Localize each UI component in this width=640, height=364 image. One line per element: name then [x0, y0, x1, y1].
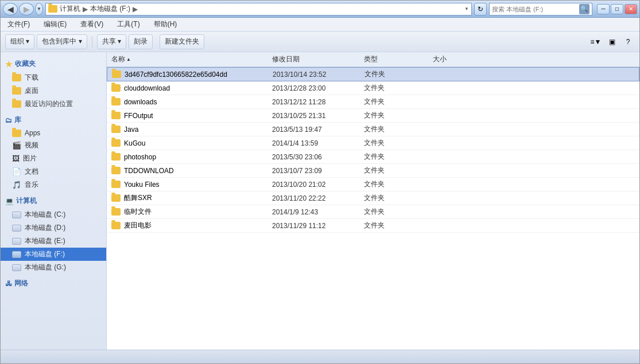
back-button[interactable]: ◀	[3, 3, 18, 15]
table-row[interactable]: 临时文件 2014/1/9 12:43 文件夹	[107, 205, 639, 219]
network-header[interactable]: 🖧 网络	[1, 276, 106, 291]
file-type-4: 文件夹	[364, 124, 433, 134]
favorites-star-icon: ★	[5, 60, 13, 69]
sidebar-item-drive-g[interactable]: 本地磁盘 (G:)	[1, 261, 106, 274]
window: ◀ ▶ ▼ 计算机 ▶ 本地磁盘 (F:) ▶ ▼ ↻ 🔍 ─ □ ✕	[0, 0, 640, 364]
help-button[interactable]: ?	[621, 35, 635, 49]
address-bar[interactable]: 计算机 ▶ 本地磁盘 (F:) ▶ ▼	[45, 3, 472, 15]
sidebar-video-label: 视频	[25, 140, 38, 150]
file-date-4: 2013/5/13 19:47	[272, 126, 364, 134]
pane-toggle-button[interactable]: ▣	[605, 35, 619, 49]
table-row[interactable]: downloads 2013/12/12 11:28 文件夹	[107, 95, 639, 109]
sort-arrow: ▲	[126, 57, 131, 62]
minimize-button[interactable]: ─	[597, 4, 610, 14]
file-name-0: 3d467cf9dfc130665822e65d04dd	[125, 71, 227, 79]
table-row[interactable]: 3d467cf9dfc130665822e65d04dd 2013/10/14 …	[107, 67, 639, 81]
sidebar-docs-label: 文档	[25, 167, 38, 177]
view-dropdown-icon: ▼	[595, 38, 602, 46]
sidebar-pictures-label: 图片	[23, 154, 37, 163]
menu-tools[interactable]: 工具(T)	[115, 18, 142, 30]
sidebar-item-drive-d[interactable]: 本地磁盘 (D:)	[1, 221, 106, 234]
search-input[interactable]	[492, 6, 578, 13]
view-mode-button[interactable]: ≡ ▼	[589, 35, 603, 49]
network-label: 网络	[14, 279, 28, 288]
sidebar-item-desktop[interactable]: 桌面	[1, 84, 106, 97]
music-icon: 🎵	[12, 181, 21, 189]
computer-header[interactable]: 💻 计算机	[1, 194, 106, 208]
maximize-button[interactable]: □	[611, 4, 623, 14]
file-date-6: 2013/5/30 23:06	[272, 153, 364, 161]
sidebar: ★ 收藏夹 下载 桌面 最近访问的位置 🗂	[1, 52, 107, 350]
downloads-folder-icon	[12, 74, 21, 81]
sidebar-item-music[interactable]: 🎵 音乐	[1, 178, 106, 191]
file-name-11: 麦田电影	[124, 221, 152, 230]
burn-button[interactable]: 刻录	[129, 34, 153, 49]
file-folder-icon-6	[111, 153, 121, 161]
file-date-2: 2013/12/12 11:28	[272, 98, 364, 106]
toolbar-separator-1	[92, 36, 92, 48]
table-row[interactable]: FFOutput 2013/10/25 21:31 文件夹	[107, 109, 639, 123]
table-row[interactable]: photoshop 2013/5/30 23:06 文件夹	[107, 150, 639, 164]
window-controls: ─ □ ✕	[597, 4, 637, 14]
table-row[interactable]: TDDOWNLOAD 2013/10/7 23:09 文件夹	[107, 164, 639, 178]
file-type-6: 文件夹	[364, 152, 433, 162]
sidebar-item-drive-c[interactable]: 本地磁盘 (C:)	[1, 208, 106, 221]
menu-help[interactable]: 帮助(H)	[152, 18, 180, 30]
table-row[interactable]: 麦田电影 2013/11/29 11:12 文件夹	[107, 219, 639, 233]
history-dropdown[interactable]: ▼	[35, 3, 43, 15]
file-folder-icon-11	[111, 222, 121, 229]
sidebar-item-recent[interactable]: 最近访问的位置	[1, 97, 106, 111]
table-row[interactable]: Java 2013/5/13 19:47 文件夹	[107, 123, 639, 136]
favorites-header[interactable]: ★ 收藏夹	[1, 57, 106, 71]
file-name-5: KuGou	[124, 139, 145, 147]
sidebar-apps-label: Apps	[25, 129, 40, 137]
file-folder-icon-4	[111, 126, 121, 133]
file-name-7: TDDOWNLOAD	[124, 167, 174, 175]
library-header[interactable]: 🗂 库	[1, 113, 106, 127]
table-row[interactable]: 酷舞SXR 2013/11/20 22:22 文件夹	[107, 191, 639, 205]
col-date-label: 修改日期	[272, 55, 300, 63]
table-row[interactable]: clouddownload 2013/12/28 23:00 文件夹	[107, 81, 639, 95]
sidebar-desktop-label: 桌面	[25, 86, 38, 96]
toolbar-right: ≡ ▼ ▣ ?	[589, 35, 635, 49]
sidebar-item-drive-f[interactable]: 本地磁盘 (F:)	[1, 248, 106, 261]
table-row[interactable]: KuGou 2014/1/4 13:59 文件夹	[107, 136, 639, 150]
sidebar-item-downloads[interactable]: 下载	[1, 71, 106, 84]
sidebar-item-apps[interactable]: Apps	[1, 127, 106, 139]
address-folder-icon	[48, 5, 57, 13]
sidebar-item-pictures[interactable]: 🖼 图片	[1, 152, 106, 165]
sidebar-item-video[interactable]: 🎬 视频	[1, 139, 106, 152]
search-button[interactable]: 🔍	[579, 4, 589, 14]
close-button[interactable]: ✕	[625, 4, 637, 14]
file-type-7: 文件夹	[364, 166, 433, 175]
file-type-1: 文件夹	[364, 83, 433, 93]
file-date-5: 2014/1/4 13:59	[272, 139, 364, 147]
toolbar: 组织 ▾ 包含到库中 ▾ 共享 ▾ 刻录 新建文件夹 ≡ ▼ ▣ ?	[1, 32, 639, 52]
library-icon: 🗂	[5, 116, 12, 124]
library-label: 库	[14, 115, 21, 125]
address-dropdown-icon[interactable]: ▼	[464, 6, 469, 11]
share-button[interactable]: 共享 ▾	[97, 34, 126, 49]
apps-folder-icon	[12, 130, 21, 137]
col-header-name[interactable]: 名称 ▲	[111, 54, 272, 64]
menu-file[interactable]: 文件(F)	[5, 18, 32, 30]
sidebar-music-label: 音乐	[25, 180, 38, 190]
table-row[interactable]: Youku Files 2013/10/20 21:02 文件夹	[107, 178, 639, 191]
file-folder-icon-1	[111, 84, 121, 92]
forward-button[interactable]: ▶	[19, 3, 34, 15]
menu-view[interactable]: 查看(V)	[78, 18, 106, 30]
sidebar-item-drive-e[interactable]: 本地磁盘 (E:)	[1, 234, 106, 248]
menu-edit[interactable]: 编辑(E)	[41, 18, 69, 30]
organize-button[interactable]: 组织 ▾	[5, 34, 34, 49]
col-header-type[interactable]: 类型	[364, 54, 433, 64]
col-header-size[interactable]: 大小	[433, 54, 490, 64]
sidebar-item-docs[interactable]: 📄 文档	[1, 165, 106, 178]
col-header-date[interactable]: 修改日期	[272, 54, 364, 64]
refresh-button[interactable]: ↻	[474, 3, 487, 15]
drive-d-icon	[12, 225, 21, 232]
file-name-8: Youku Files	[124, 181, 160, 189]
library-button[interactable]: 包含到库中 ▾	[37, 34, 87, 49]
file-type-11: 文件夹	[364, 221, 433, 230]
sidebar-drive-d-label: 本地磁盘 (D:)	[25, 223, 65, 233]
new-folder-button[interactable]: 新建文件夹	[160, 34, 204, 49]
